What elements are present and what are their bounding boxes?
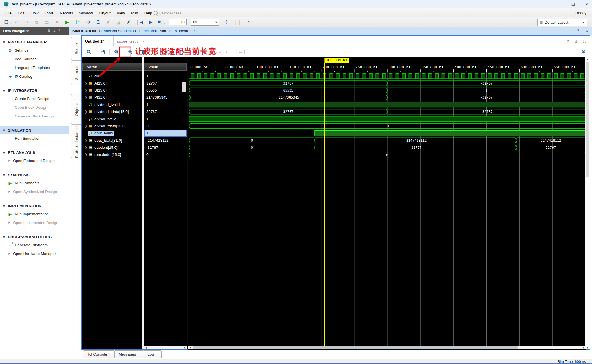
- doc-tab-ipcore-test-v[interactable]: ipcore_test.v×: [114, 36, 148, 46]
- waveform-panel[interactable]: 0.000 ns50.000 ns100.000 ns150.000 ns200…: [188, 57, 586, 349]
- close-tab-icon[interactable]: ×: [108, 39, 110, 43]
- prev-transition-button[interactable]: ❙◀: [161, 48, 167, 56]
- delete-all-button[interactable]: ✘: [126, 20, 131, 25]
- signal-row-dout-tdata-31-0-[interactable]: ❯dout_tdata[31:0]: [82, 137, 142, 144]
- flow-item-run-simulation[interactable]: Run Simulation: [0, 134, 69, 143]
- signal-row-divisor-tvalid[interactable]: divisor_tvalid: [82, 115, 142, 122]
- chevron-right-icon[interactable]: >: [8, 190, 11, 194]
- signal-row-remainder-15-0-[interactable]: ❯remainder[15:0]: [82, 151, 142, 158]
- expand-chevron-icon[interactable]: ❯: [84, 124, 88, 128]
- wave-row-dividend-tvalid[interactable]: [189, 102, 586, 107]
- expand-chevron-icon[interactable]: ❯: [84, 88, 88, 92]
- signal-row-dout-tvalid[interactable]: dout_tvalid: [82, 130, 142, 137]
- signal-row-clk[interactable]: clk: [82, 72, 142, 79]
- menu-file[interactable]: File: [2, 11, 15, 15]
- step-button[interactable]: ⇩: [224, 20, 229, 25]
- signal-name-cell[interactable]: A[15:0]: [88, 81, 108, 86]
- side-tab-protocol-instances[interactable]: Protocol Instances: [71, 125, 81, 158]
- menu-help[interactable]: Help: [141, 11, 155, 15]
- flow-section-program-and-debug[interactable]: ∨PROGRAM AND DEBUG: [0, 233, 69, 241]
- signal-name-cell[interactable]: dividend_tvalid: [88, 102, 121, 107]
- flow-section-project-manager[interactable]: ∨PROJECT MANAGER: [0, 38, 69, 46]
- signal-value-remainder-15-0-[interactable]: 0: [144, 151, 187, 158]
- wave-vertical-scrollbar[interactable]: ▴ ▾: [585, 57, 590, 349]
- quick-access-search[interactable]: Quick Access: [154, 10, 196, 16]
- signal-value-quotient-15-0-[interactable]: -32767: [144, 144, 187, 151]
- flow-item-open-elaborated-design[interactable]: >Open Elaborated Design: [0, 156, 69, 165]
- values-horizontal-scrollbar[interactable]: ◂ ▸: [144, 346, 187, 349]
- bottom-tab-tcl-console[interactable]: Tcl Console: [83, 350, 115, 358]
- expand-chevron-icon[interactable]: ❯: [84, 139, 88, 142]
- toggle-icon[interactable]: ≡: [53, 29, 55, 33]
- time-unit-select[interactable]: us▼: [191, 19, 219, 26]
- scroll-right-icon[interactable]: ▸: [183, 346, 187, 349]
- bottom-tab-log[interactable]: Log: [143, 350, 162, 358]
- menu-window[interactable]: Window: [76, 11, 96, 15]
- flow-item-open-hardware-manager[interactable]: >Open Hardware Manager: [0, 249, 69, 258]
- wave-horizontal-scrollbar[interactable]: ◂ ▸: [188, 346, 586, 349]
- signal-row-p-31-0-[interactable]: ❯P[31:0]: [82, 94, 142, 101]
- zoom-fit-button[interactable]: [141, 48, 147, 56]
- signal-value-dividend-tvalid[interactable]: 1: [144, 101, 187, 108]
- chevron-right-icon[interactable]: >: [8, 252, 11, 256]
- flow-item-ip-catalog[interactable]: ❖IP Catalog: [0, 72, 69, 81]
- close-button[interactable]: ✕: [584, 2, 590, 6]
- goto-time-end-button[interactable]: ⇥: [191, 48, 198, 56]
- signal-row-quotient-15-0-[interactable]: ❯quotient[15:0]: [82, 144, 142, 151]
- signal-row-a-15-0-[interactable]: ❯A[15:0]: [82, 79, 142, 86]
- signal-value-dividend-tdata-15-0-[interactable]: 32767: [144, 108, 187, 115]
- flow-section-implementation[interactable]: ∨IMPLEMENTATION: [0, 202, 69, 210]
- flow-item-create-block-design[interactable]: Create Block Design: [0, 94, 69, 103]
- menu-edit[interactable]: Edit: [15, 11, 27, 15]
- signal-row-divisor-tdata-15-0-[interactable]: ❯divisor_tdata[15:0]: [82, 123, 142, 130]
- signal-name-cell[interactable]: dout_tdata[31:0]: [88, 138, 124, 143]
- restart-simulation-button[interactable]: ❙◀: [136, 20, 143, 25]
- collapse-all-icon[interactable]: ⇅: [48, 29, 50, 33]
- side-tab-sources[interactable]: Sources: [71, 61, 81, 85]
- flow-item-settings[interactable]: ⚙Settings: [0, 46, 69, 55]
- signal-name-cell[interactable]: B[15:0]: [88, 88, 108, 93]
- wave-row-divisor-tvalid[interactable]: [189, 116, 586, 121]
- relaunch-simulation-button[interactable]: ↻: [246, 20, 252, 25]
- caret-down-icon[interactable]: ∨: [3, 89, 5, 92]
- next-transition-button[interactable]: ▶❙: [171, 48, 178, 56]
- flow-section-synthesis[interactable]: ∨SYNTHESIS: [0, 171, 69, 179]
- wave-settings-gear-icon[interactable]: ⚙: [581, 48, 586, 55]
- caret-down-icon[interactable]: ∨: [3, 151, 5, 154]
- expand-chevron-icon[interactable]: ❯: [84, 146, 88, 149]
- scroll-up-icon[interactable]: ▴: [585, 57, 590, 61]
- scroll-left-icon[interactable]: ◂: [144, 346, 148, 349]
- close-tab-icon[interactable]: ×: [142, 39, 144, 43]
- chevron-right-icon[interactable]: >: [8, 221, 11, 225]
- add-marker-button[interactable]: +Γ: [201, 48, 207, 56]
- signal-row-b-15-0-[interactable]: ❯B[15:0]: [82, 87, 142, 94]
- float-pane-icon[interactable]: ⧉: [575, 39, 577, 44]
- wave-vscrollbar-thumb[interactable]: [586, 62, 589, 177]
- signal-name-cell[interactable]: remainder[15:0]: [88, 152, 123, 157]
- side-tab-scope[interactable]: Scope: [71, 37, 81, 61]
- help-icon[interactable]: ?: [58, 29, 60, 33]
- side-tab-objects[interactable]: Objects: [71, 94, 81, 125]
- maximize-button[interactable]: ☐: [570, 2, 576, 6]
- help-icon[interactable]: ?: [577, 28, 579, 33]
- find-button[interactable]: [86, 48, 92, 56]
- expand-chevron-icon[interactable]: ❯: [84, 81, 88, 85]
- signal-name-cell[interactable]: P[31:0]: [88, 95, 108, 100]
- signal-value-divisor-tvalid[interactable]: 1: [144, 115, 187, 122]
- signal-name-cell[interactable]: divisor_tdata[15:0]: [88, 124, 127, 128]
- settings-button[interactable]: ⚙: [85, 20, 91, 25]
- caret-down-icon[interactable]: ∨: [3, 235, 5, 239]
- values-vertical-scrollbar-thumb[interactable]: [182, 82, 186, 92]
- report-button[interactable]: Σ: [95, 20, 101, 25]
- open-file-button[interactable]: ❐: [3, 20, 9, 25]
- flow-section-simulation[interactable]: ∨SIMULATION: [0, 126, 69, 134]
- signal-value-dout-tvalid[interactable]: 1: [144, 130, 187, 137]
- help-icon[interactable]: ?: [567, 39, 569, 44]
- signal-name-cell[interactable]: dividend_tdata[15:0]: [88, 109, 131, 114]
- run-button[interactable]: ▶: [64, 20, 70, 25]
- signal-value-dout-tdata-31-0-[interactable]: -2147418112: [144, 137, 187, 144]
- caret-down-icon[interactable]: ∨: [3, 40, 5, 44]
- zoom-out-button[interactable]: [127, 48, 133, 56]
- signal-row-dividend-tdata-15-0-[interactable]: ❯dividend_tdata[15:0]: [82, 108, 142, 115]
- waveform-canvas[interactable]: 0.000 ns50.000 ns100.000 ns150.000 ns200…: [188, 57, 586, 350]
